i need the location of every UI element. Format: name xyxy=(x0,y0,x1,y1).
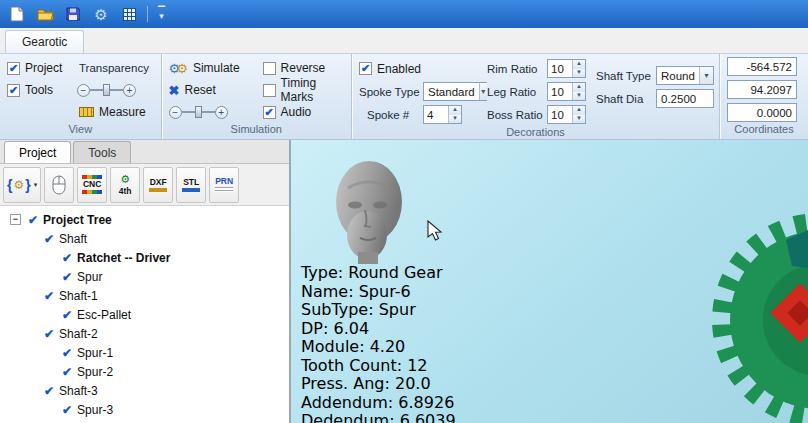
check-icon: ✔ xyxy=(44,385,54,397)
check-icon: ✔ xyxy=(44,290,54,302)
chevron-down-icon[interactable] xyxy=(699,67,713,84)
viewport-3d[interactable]: Type: Round GearName: Spur-6SubType: Spu… xyxy=(291,140,808,423)
open-file-button[interactable] xyxy=(33,3,57,25)
tree-item-ratchet-driver[interactable]: ✔Ratchet -- Driver xyxy=(0,248,289,267)
spoke-type-dropdown[interactable]: Standard xyxy=(423,82,487,101)
project-checkbox[interactable]: Project xyxy=(7,61,71,75)
checkbox-check-icon xyxy=(7,84,20,97)
sidebar-toolbar: { ⚙ } ▾ CNC ⚙ xyxy=(0,164,289,206)
fourth-axis-button[interactable]: ⚙ 4th xyxy=(110,167,140,203)
leg-ratio-spinner[interactable]: 10 xyxy=(547,82,586,101)
chevron-down-icon[interactable]: ▾ xyxy=(34,181,38,189)
prn-export-button[interactable]: PRN xyxy=(209,167,239,203)
settings-button[interactable]: ⚙ xyxy=(89,3,113,25)
prn-label: PRN xyxy=(215,177,233,186)
save-button[interactable] xyxy=(61,3,85,25)
ribbon-group-decorations: Enabled Spoke Type Standard Spoke # 4 xyxy=(352,54,720,139)
spinner-up-icon[interactable] xyxy=(573,60,585,69)
slider-plus-icon[interactable] xyxy=(123,84,136,97)
boss-ratio-spinner[interactable]: 10 xyxy=(547,105,586,124)
tree-item-label: Spur-1 xyxy=(77,346,113,360)
tab-gearotic[interactable]: Gearotic xyxy=(5,30,84,53)
collapse-icon[interactable]: − xyxy=(10,214,21,225)
chevron-down-icon: ▾ xyxy=(159,14,164,19)
shaft-type-value: Round xyxy=(657,67,699,84)
spinner-down-icon[interactable] xyxy=(573,69,585,78)
check-icon: ✔ xyxy=(62,271,72,283)
timing-marks-checkbox[interactable]: Timing Marks xyxy=(263,76,344,104)
coordinate-z-value: 0.0000 xyxy=(757,107,792,119)
project-tree: −✔Project Tree✔Shaft✔Ratchet -- Driver✔S… xyxy=(0,206,289,423)
gear-options-button[interactable]: { ⚙ } ▾ xyxy=(3,167,41,203)
toolbar-overflow-button[interactable]: ▔▾ xyxy=(154,9,169,19)
gear-info-line: Name: Spur-6 xyxy=(301,283,456,302)
reset-button[interactable]: ✖ Reset xyxy=(169,83,263,98)
spoke-type-label: Spoke Type xyxy=(359,86,419,98)
cnc-export-button[interactable]: CNC xyxy=(77,167,107,203)
reverse-checkbox[interactable]: Reverse xyxy=(263,61,344,75)
project-checkbox-label: Project xyxy=(25,61,62,75)
gear-info-line: Tooth Count: 12 xyxy=(301,357,456,376)
measure-button[interactable]: Measure xyxy=(71,105,154,119)
dxf-export-button[interactable]: DXF xyxy=(143,167,173,203)
tree-item-label: Shaft-1 xyxy=(59,289,98,303)
speed-slider[interactable] xyxy=(169,106,263,119)
ribbon: Project Transparency Tools Measu xyxy=(0,54,808,140)
spinner-up-icon[interactable] xyxy=(573,106,585,115)
grid-view-button[interactable] xyxy=(117,3,141,25)
coordinate-z-readout: 0.0000 xyxy=(727,103,797,122)
brace-icon: } xyxy=(25,178,30,192)
tree-item-spur-3[interactable]: ✔Spur-3 xyxy=(0,400,289,419)
spoke-count-spinner[interactable]: 4 xyxy=(423,105,462,124)
check-icon: ✔ xyxy=(44,328,54,340)
tab-tools[interactable]: Tools xyxy=(73,141,131,163)
tree-item-shaft[interactable]: ✔Shaft xyxy=(0,229,289,248)
tree-item-shaft-3[interactable]: ✔Shaft-3 xyxy=(0,381,289,400)
slider-track xyxy=(90,89,103,91)
tree-item-project-tree[interactable]: −✔Project Tree xyxy=(0,210,289,229)
check-icon: ✔ xyxy=(62,309,72,321)
slider-thumb[interactable] xyxy=(195,106,202,118)
slider-thumb[interactable] xyxy=(103,84,110,96)
gear-icon: ⚙ xyxy=(13,178,24,192)
tree-item-spur[interactable]: ✔Spur xyxy=(0,267,289,286)
chevron-down-icon[interactable] xyxy=(479,83,487,100)
new-file-button[interactable] xyxy=(5,3,29,25)
simulate-label: Simulate xyxy=(189,61,240,75)
tools-checkbox[interactable]: Tools xyxy=(7,83,71,97)
enabled-checkbox[interactable]: Enabled xyxy=(359,62,421,76)
tree-item-spur-1[interactable]: ✔Spur-1 xyxy=(0,343,289,362)
stl-export-button[interactable]: STL xyxy=(176,167,206,203)
tree-item-spur-4[interactable]: ✔Spur-4 xyxy=(0,419,289,423)
check-icon: ✔ xyxy=(62,252,72,264)
audio-checkbox[interactable]: Audio xyxy=(263,105,344,119)
slider-minus-icon[interactable] xyxy=(77,84,90,97)
spinner-down-icon[interactable] xyxy=(573,115,585,124)
tree-item-shaft-2[interactable]: ✔Shaft-2 xyxy=(0,324,289,343)
mouse-mode-button[interactable] xyxy=(44,167,74,203)
tree-item-esc-pallet[interactable]: ✔Esc-Pallet xyxy=(0,305,289,324)
spinner-down-icon[interactable] xyxy=(573,92,585,101)
simulate-button[interactable]: ⚙⚙ Simulate xyxy=(169,61,263,75)
shaft-type-dropdown[interactable]: Round xyxy=(656,66,714,85)
decorations-group-label: Decorations xyxy=(352,126,719,139)
slider-minus-icon[interactable] xyxy=(169,106,182,119)
spinner-up-icon[interactable] xyxy=(573,83,585,92)
tree-item-spur-2[interactable]: ✔Spur-2 xyxy=(0,362,289,381)
coordinate-y-readout: 94.2097 xyxy=(727,80,797,99)
cnc-label: CNC xyxy=(83,180,101,189)
shaft-dia-input[interactable]: 0.2500 xyxy=(656,89,714,108)
transparency-slider[interactable] xyxy=(71,84,154,97)
slider-plus-icon[interactable] xyxy=(215,106,228,119)
tree-item-shaft-1[interactable]: ✔Shaft-1 xyxy=(0,286,289,305)
rim-ratio-spinner[interactable]: 10 xyxy=(547,59,586,78)
gearotic-window: ⚙ ▔▾ Gearotic Project Transparency xyxy=(0,0,808,423)
spoke-count-value: 4 xyxy=(424,106,448,123)
checkbox-empty-icon xyxy=(263,62,276,75)
spinner-up-icon[interactable] xyxy=(449,106,461,115)
stl-label: STL xyxy=(183,178,199,187)
brace-icon: { xyxy=(7,178,12,192)
spinner-down-icon[interactable] xyxy=(449,115,461,124)
audio-checkbox-label: Audio xyxy=(281,105,312,119)
tab-project[interactable]: Project xyxy=(4,141,71,163)
